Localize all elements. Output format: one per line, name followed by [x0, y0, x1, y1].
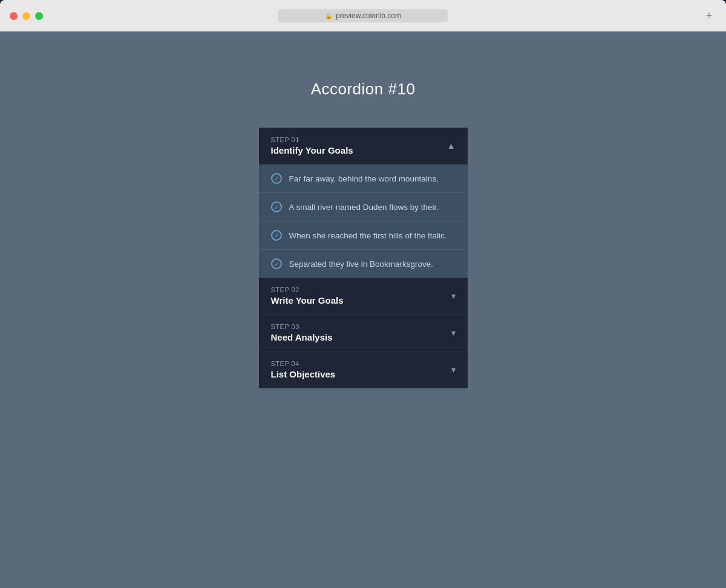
- check-circle-icon: ✓: [271, 201, 282, 212]
- accordion-header-text-step02: STEP 02 Write Your Goals: [271, 286, 344, 305]
- close-button[interactable]: [10, 12, 18, 20]
- accordion-header-text-step03: STEP 03 Need Analysis: [271, 323, 333, 342]
- list-item-text: When she reached the first hills of the …: [289, 231, 447, 240]
- list-item: ✓ Separated they live in Bookmarksgrove.: [259, 250, 468, 278]
- accordion-header-step01[interactable]: STEP 01 Identify Your Goals ▲: [259, 128, 468, 165]
- check-circle-icon: ✓: [271, 173, 282, 184]
- accordion-header-text-step01: STEP 01 Identify Your Goals: [271, 136, 353, 155]
- accordion-item-step01: STEP 01 Identify Your Goals ▲ ✓ Far far …: [259, 128, 468, 278]
- url-text: preview.colorlib.com: [336, 11, 401, 20]
- step04-label: STEP 04: [271, 360, 336, 367]
- accordion: STEP 01 Identify Your Goals ▲ ✓ Far far …: [259, 128, 468, 388]
- chevron-up-icon: ▲: [447, 141, 456, 151]
- step02-label: STEP 02: [271, 286, 344, 293]
- list-item-text: Far far away, behind the word mountains.: [289, 174, 439, 183]
- accordion-item-step02: STEP 02 Write Your Goals ▾: [259, 278, 468, 315]
- step03-title: Need Analysis: [271, 332, 333, 342]
- step01-label: STEP 01: [271, 136, 353, 143]
- new-tab-button[interactable]: +: [702, 8, 716, 23]
- check-mark: ✓: [274, 175, 279, 182]
- chevron-down-icon: ▾: [451, 291, 456, 301]
- step01-title: Identify Your Goals: [271, 145, 353, 155]
- check-circle-icon: ✓: [271, 230, 282, 241]
- accordion-header-step04[interactable]: STEP 04 List Objectives ▾: [259, 351, 468, 388]
- step03-label: STEP 03: [271, 323, 333, 330]
- list-item: ✓ When she reached the first hills of th…: [259, 221, 468, 250]
- traffic-lights: [10, 12, 43, 20]
- check-circle-icon: ✓: [271, 258, 282, 269]
- list-item-text: A small river named Duden flows by their…: [289, 203, 439, 212]
- list-item: ✓ Far far away, behind the word mountain…: [259, 165, 468, 193]
- accordion-item-step03: STEP 03 Need Analysis ▾: [259, 315, 468, 351]
- accordion-item-step04: STEP 04 List Objectives ▾: [259, 351, 468, 388]
- step04-title: List Objectives: [271, 369, 336, 379]
- page-title: Accordion #10: [311, 80, 416, 99]
- list-item-text: Separated they live in Bookmarksgrove.: [289, 260, 434, 269]
- lock-icon: 🔒: [325, 13, 332, 19]
- check-mark: ✓: [274, 261, 279, 267]
- accordion-header-step02[interactable]: STEP 02 Write Your Goals ▾: [259, 278, 468, 315]
- check-mark: ✓: [274, 232, 279, 239]
- maximize-button[interactable]: [35, 12, 43, 20]
- accordion-header-text-step04: STEP 04 List Objectives: [271, 360, 336, 379]
- titlebar: 🔒 preview.colorlib.com +: [0, 0, 726, 31]
- new-tab-icon: +: [706, 10, 713, 22]
- address-bar[interactable]: 🔒 preview.colorlib.com: [278, 9, 448, 22]
- accordion-body-step01: ✓ Far far away, behind the word mountain…: [259, 165, 468, 278]
- content-area: Accordion #10 STEP 01 Identify Your Goal…: [0, 31, 726, 588]
- chevron-down-icon: ▾: [451, 365, 456, 374]
- list-item: ✓ A small river named Duden flows by the…: [259, 193, 468, 221]
- check-mark: ✓: [274, 204, 279, 211]
- step02-title: Write Your Goals: [271, 295, 344, 305]
- minimize-button[interactable]: [22, 12, 30, 20]
- chevron-down-icon: ▾: [451, 328, 456, 338]
- accordion-header-step03[interactable]: STEP 03 Need Analysis ▾: [259, 315, 468, 351]
- window: 🔒 preview.colorlib.com + Accordion #10 S…: [0, 0, 726, 588]
